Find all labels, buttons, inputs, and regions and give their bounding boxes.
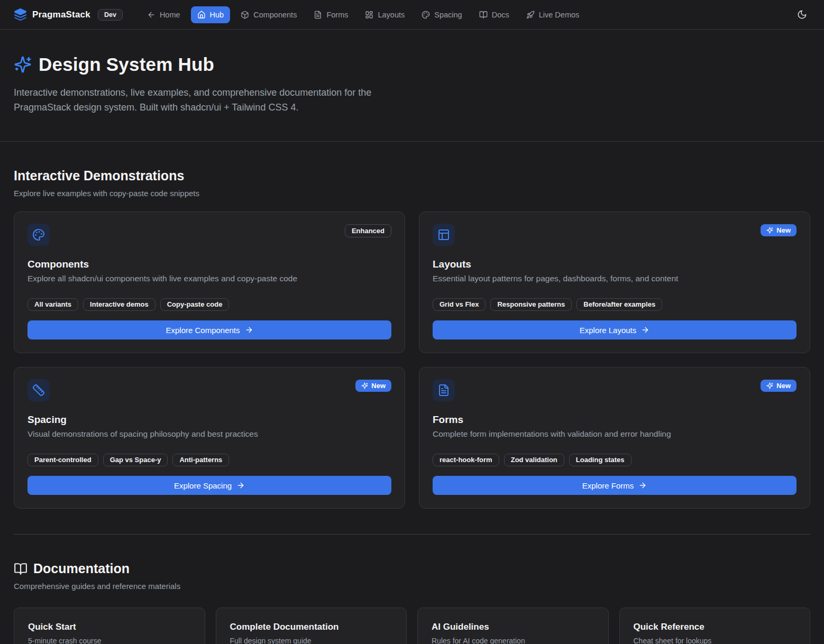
explore-forms-button[interactable]: Explore Forms xyxy=(433,476,796,495)
arrow-right-icon xyxy=(245,326,253,334)
doc-card-ai-guidelines[interactable]: AI Guidelines Rules for AI code generati… xyxy=(417,608,609,644)
demo-card-spacing: New Spacing Visual demonstrations of spa… xyxy=(14,367,405,509)
button-label: Explore Components xyxy=(166,326,240,335)
nav-item-home[interactable]: Home xyxy=(141,6,187,23)
palette-icon xyxy=(422,11,430,19)
card-title: Layouts xyxy=(433,259,796,270)
nav-item-layouts[interactable]: Layouts xyxy=(359,6,411,23)
nav-item-label: Forms xyxy=(326,11,348,19)
tag: Gap vs Space-y xyxy=(103,454,168,466)
sparkles-icon xyxy=(361,382,368,389)
arrow-left-icon xyxy=(147,11,155,19)
moon-icon xyxy=(797,10,807,20)
doc-card-complete-documentation[interactable]: Complete Documentation Full design syste… xyxy=(216,608,407,644)
book-open-icon xyxy=(479,11,488,19)
doc-card-description: 5-minute crash course xyxy=(28,637,191,644)
new-badge: New xyxy=(355,380,391,392)
nav-item-label: Layouts xyxy=(378,11,405,19)
doc-card-grid: Quick Start 5-minute crash course Comple… xyxy=(14,608,810,644)
nav-item-label: Live Demos xyxy=(539,11,580,19)
demo-card-forms: New Forms Complete form implementations … xyxy=(419,367,810,509)
demos-section-title: Interactive Demonstrations xyxy=(14,168,810,183)
card-description: Complete form implementations with valid… xyxy=(433,429,796,439)
badge-label: New xyxy=(371,382,386,390)
page-description: Interactive demonstrations, live example… xyxy=(14,85,409,115)
arrow-right-icon xyxy=(641,326,649,334)
demo-card-layouts: New Layouts Essential layout patterns fo… xyxy=(419,211,810,353)
layers-icon xyxy=(14,8,27,21)
explore-spacing-button[interactable]: Explore Spacing xyxy=(28,476,391,495)
tag: Loading states xyxy=(569,454,631,466)
tag: Parent-controlled xyxy=(28,454,98,466)
file-text-icon xyxy=(433,379,455,401)
card-description: Visual demonstrations of spacing philoso… xyxy=(28,429,391,439)
doc-card-quick-start[interactable]: Quick Start 5-minute crash course xyxy=(14,608,205,644)
doc-card-description: Cheat sheet for lookups xyxy=(634,637,796,644)
doc-card-title: AI Guidelines xyxy=(432,622,594,632)
book-open-icon xyxy=(14,562,28,576)
nav-item-spacing[interactable]: Spacing xyxy=(415,6,468,23)
button-label: Explore Spacing xyxy=(174,481,232,490)
top-navbar: PragmaStack Dev Home Hub Components Form xyxy=(0,0,824,30)
tag-row: Grid vs Flex Responsive patterns Before/… xyxy=(433,298,796,311)
nav-item-label: Docs xyxy=(492,11,509,19)
layout-grid-icon xyxy=(365,11,373,19)
explore-components-button[interactable]: Explore Components xyxy=(28,320,391,339)
tag-row: react-hook-form Zod validation Loading s… xyxy=(433,454,796,466)
doc-card-description: Full design system guide xyxy=(230,637,393,644)
nav-item-label: Spacing xyxy=(434,11,462,19)
docs-section-title: Documentation xyxy=(33,561,130,576)
docs-section-header: Documentation Comprehensive guides and r… xyxy=(14,561,810,591)
rocket-icon xyxy=(526,11,535,19)
tag: Interactive demos xyxy=(83,298,155,311)
nav-item-label: Components xyxy=(253,11,297,19)
button-label: Explore Layouts xyxy=(580,326,637,335)
nav-item-forms[interactable]: Forms xyxy=(307,6,354,23)
doc-card-title: Quick Reference xyxy=(634,622,796,632)
card-description: Essential layout patterns for pages, das… xyxy=(433,274,796,283)
tag: Anti-patterns xyxy=(172,454,229,466)
new-badge: New xyxy=(761,224,796,236)
card-title: Components xyxy=(28,259,391,270)
card-description: Explore all shadcn/ui components with li… xyxy=(28,274,391,283)
home-icon xyxy=(197,11,206,19)
badge-label: New xyxy=(776,382,791,390)
explore-layouts-button[interactable]: Explore Layouts xyxy=(433,320,796,339)
nav-item-label: Home xyxy=(160,11,180,19)
page-title: Design System Hub xyxy=(39,54,214,75)
brand-name: PragmaStack xyxy=(32,10,90,20)
doc-card-description: Rules for AI code generation xyxy=(432,637,594,644)
nav-item-live-demos[interactable]: Live Demos xyxy=(520,6,586,23)
theme-toggle-button[interactable] xyxy=(794,6,810,23)
nav-links: Home Hub Components Forms Layouts xyxy=(141,6,585,23)
brand[interactable]: PragmaStack xyxy=(14,8,90,21)
doc-card-quick-reference[interactable]: Quick Reference Cheat sheet for lookups xyxy=(619,608,811,644)
demos-section-header: Interactive Demonstrations Explore live … xyxy=(14,168,810,198)
nav-item-label: Hub xyxy=(210,11,224,19)
env-badge: Dev xyxy=(98,9,123,21)
tag: Copy-paste code xyxy=(160,298,230,311)
nav-item-components[interactable]: Components xyxy=(234,6,303,23)
doc-card-title: Complete Documentation xyxy=(230,622,393,632)
main-content: Interactive Demonstrations Explore live … xyxy=(0,168,824,644)
arrow-right-icon xyxy=(236,481,245,490)
nav-item-docs[interactable]: Docs xyxy=(473,6,516,23)
sparkles-icon xyxy=(766,227,773,234)
sparkles-icon xyxy=(766,382,773,389)
tag: react-hook-form xyxy=(433,454,499,466)
palette-icon xyxy=(28,224,50,246)
button-label: Explore Forms xyxy=(582,481,634,490)
ruler-icon xyxy=(28,379,50,401)
tag: Zod validation xyxy=(504,454,564,466)
tag: Before/after examples xyxy=(576,298,662,311)
badge-label: New xyxy=(776,226,791,234)
tag-row: Parent-controlled Gap vs Space-y Anti-pa… xyxy=(28,454,391,466)
doc-card-title: Quick Start xyxy=(28,622,191,632)
section-divider xyxy=(14,534,810,535)
hero-section: Design System Hub Interactive demonstrat… xyxy=(0,30,824,142)
panels-top-left-icon xyxy=(433,224,455,246)
arrow-right-icon xyxy=(638,481,647,490)
sparkles-icon xyxy=(14,56,32,73)
tag-row: All variants Interactive demos Copy-past… xyxy=(28,298,391,311)
nav-item-hub[interactable]: Hub xyxy=(191,6,231,23)
